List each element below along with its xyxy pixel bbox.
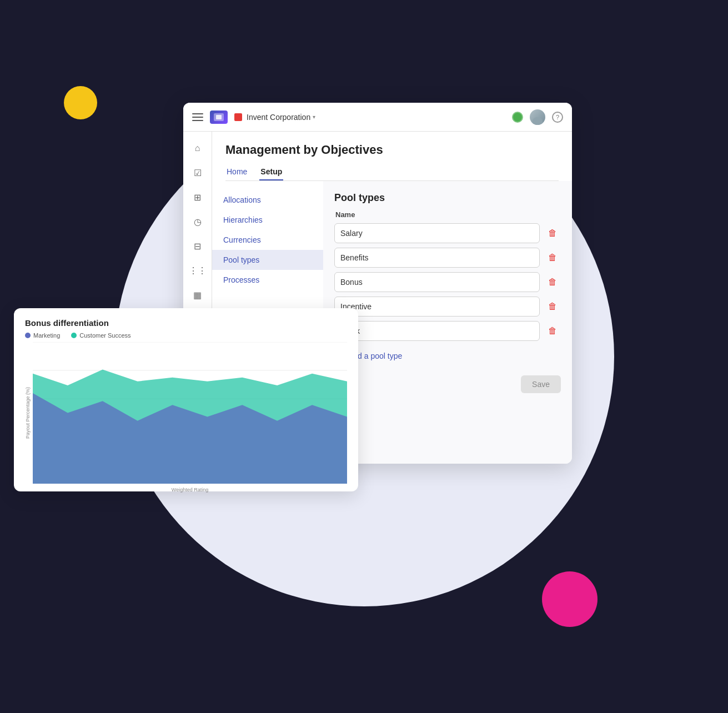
topbar: Invent Corporation ▾ ?: [183, 103, 572, 132]
delete-salary-button[interactable]: 🗑: [544, 225, 561, 242]
legend-customer-success: Customer Success: [71, 332, 130, 339]
pool-input-stock[interactable]: [334, 321, 540, 341]
pool-row-incentive: 🗑: [334, 297, 561, 317]
pool-input-incentive[interactable]: [334, 297, 540, 317]
x-axis-label: Weighted Rating: [33, 487, 347, 493]
nav-allocations[interactable]: Allocations: [212, 190, 323, 210]
avatar[interactable]: [530, 109, 545, 125]
help-icon[interactable]: ?: [552, 112, 563, 123]
nav-processes[interactable]: Processes: [212, 270, 323, 290]
sidebar-home-icon[interactable]: ⌂: [188, 138, 208, 158]
pink-dot: [542, 571, 598, 627]
pool-input-bonus[interactable]: [334, 272, 540, 292]
delete-bonus-button[interactable]: 🗑: [544, 274, 561, 290]
page-title: Management by Objectives: [225, 143, 559, 157]
app-logo: [210, 111, 228, 124]
sidebar-report-icon[interactable]: ⊟: [188, 236, 208, 256]
customer-success-legend-dot: [71, 333, 77, 338]
marketing-legend-label: Marketing: [33, 332, 60, 339]
panel-footer: Save: [334, 375, 561, 393]
chart-title: Bonus differentiation: [25, 318, 347, 328]
chart-svg: 100 80 60 40 20 0 '23Q2 '23Q3 '23Q4 '24Q…: [33, 342, 347, 484]
customer-success-legend-label: Customer Success: [79, 332, 130, 339]
chart-inner: 100 80 60 40 20 0 '23Q2 '23Q3 '23Q4 '24Q…: [33, 342, 347, 484]
y-axis-label: Payout Percentage (%): [25, 342, 31, 484]
marketing-legend-dot: [25, 333, 31, 338]
delete-benefits-button[interactable]: 🗑: [544, 249, 561, 266]
tab-home[interactable]: Home: [225, 164, 248, 180]
menu-icon[interactable]: [192, 113, 203, 121]
pool-types-title: Pool types: [334, 192, 561, 204]
pool-row-salary: 🗑: [334, 223, 561, 243]
pool-row-stock: 🗑: [334, 321, 561, 341]
nav-pool-types[interactable]: Pool types: [212, 250, 323, 270]
tab-setup[interactable]: Setup: [259, 164, 283, 180]
chart-legend: Marketing Customer Success: [25, 332, 347, 339]
nav-currencies[interactable]: Currencies: [212, 230, 323, 250]
pool-row-bonus: 🗑: [334, 272, 561, 292]
pool-types-panel: Pool types Name 🗑 🗑 🗑: [323, 181, 572, 464]
tabs: Home Setup: [225, 164, 559, 181]
delete-incentive-button[interactable]: 🗑: [544, 298, 561, 315]
page-header: Management by Objectives Home Setup: [212, 132, 572, 181]
pool-input-salary[interactable]: [334, 223, 540, 243]
sidebar-connect-icon[interactable]: ⋮⋮: [188, 260, 208, 280]
legend-marketing: Marketing: [25, 332, 60, 339]
save-button[interactable]: Save: [521, 375, 561, 393]
nav-hierarchies[interactable]: Hierarchies: [212, 210, 323, 230]
sidebar-org-icon[interactable]: ⊞: [188, 187, 208, 207]
yellow-dot: [64, 86, 97, 119]
chevron-down-icon[interactable]: ▾: [313, 114, 315, 120]
sidebar-tasks-icon[interactable]: ☑: [188, 163, 208, 183]
sidebar-clock-icon[interactable]: ◷: [188, 212, 208, 232]
company-name: Invent Corporation: [247, 113, 310, 122]
chart-area: Payout Percentage (%) 100 80 60 40 20 0: [25, 342, 347, 484]
topbar-right: ?: [512, 109, 563, 125]
chart-window: Bonus differentiation Marketing Customer…: [14, 308, 358, 491]
name-column-header: Name: [334, 210, 561, 219]
sidebar-grid-icon[interactable]: ▦: [188, 285, 208, 305]
status-indicator: [512, 112, 523, 123]
delete-stock-button[interactable]: 🗑: [544, 323, 561, 339]
pool-input-benefits[interactable]: [334, 248, 540, 268]
pool-row-benefits: 🗑: [334, 248, 561, 268]
company-indicator: [234, 113, 242, 121]
